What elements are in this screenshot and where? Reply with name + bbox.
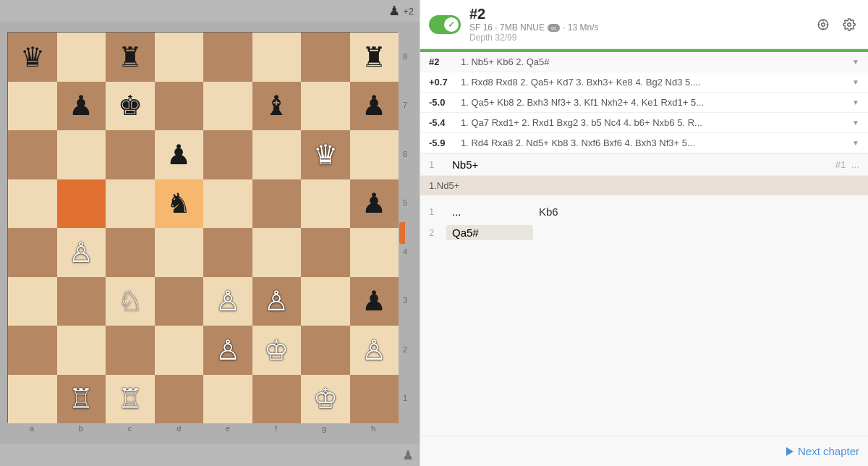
cell-g8[interactable] [301, 33, 350, 82]
cell-f4[interactable] [252, 228, 302, 277]
suggestion-move[interactable]: Nb5+ [446, 158, 835, 171]
engine-line-5[interactable]: -5.9 1. Rd4 Rxa8 2. Nd5+ Kb8 3. Nxf6 Bxf… [420, 133, 868, 153]
chess-board[interactable]: ♛♜♜♟♚♝♟♟♛♞♟♙♘♙♙♟♙♔♙♖♖♔ [7, 32, 398, 423]
cell-e5[interactable] [203, 179, 252, 229]
svg-point-6 [848, 22, 851, 26]
engine-line-2[interactable]: +0.7 1. Rxd8 Rxd8 2. Qa5+ Kd7 3. Bxh3+ K… [420, 72, 868, 93]
cell-a8[interactable]: ♛ [8, 33, 57, 82]
cell-c6[interactable] [106, 130, 155, 179]
cell-a1[interactable] [8, 375, 57, 424]
cell-g5[interactable] [301, 179, 350, 229]
cell-a4[interactable] [8, 228, 57, 277]
dropdown-2[interactable]: ▼ [852, 78, 859, 86]
cell-g6[interactable]: ♛ [301, 130, 350, 179]
cell-b1[interactable]: ♖ [57, 375, 106, 424]
cell-e8[interactable] [203, 33, 252, 82]
cell-h4[interactable] [350, 228, 399, 277]
cell-f1[interactable] [252, 375, 302, 424]
piece-b4: ♙ [69, 239, 93, 266]
engine-line-1[interactable]: #2 1. Nb5+ Kb6 2. Qa5# ▼ [420, 52, 868, 72]
cell-b8[interactable] [57, 33, 106, 82]
engine-line-3[interactable]: -5.0 1. Qa5+ Kb8 2. Bxh3 Nf3+ 3. Kf1 Nxh… [420, 93, 868, 113]
cell-f2[interactable]: ♔ [252, 326, 302, 375]
piece-h7: ♟ [362, 92, 386, 119]
piece-c1: ♖ [118, 385, 142, 412]
cell-d4[interactable] [155, 228, 204, 277]
cell-b4[interactable]: ♙ [57, 228, 106, 277]
cell-g1[interactable]: ♔ [301, 375, 350, 424]
cell-g2[interactable] [301, 326, 350, 375]
dropdown-3[interactable]: ▼ [852, 98, 859, 106]
engine-icons [813, 14, 859, 35]
cell-g3[interactable] [301, 277, 350, 326]
cell-h5[interactable]: ♟ [350, 179, 399, 229]
cell-f5[interactable] [252, 179, 302, 229]
cell-h8[interactable]: ♜ [350, 33, 399, 82]
cell-b7[interactable]: ♟ [57, 82, 106, 131]
cell-f7[interactable]: ♝ [252, 82, 302, 131]
piece-h8: ♜ [362, 43, 386, 71]
dropdown-5[interactable]: ▼ [852, 139, 859, 147]
cell-d1[interactable] [155, 375, 204, 424]
engine-subtitle: SF 16 · 7MB NNUE ∞ · 13 Mn/s [469, 22, 804, 33]
cell-d6[interactable]: ♟ [155, 130, 204, 179]
piece-count-top: +2 [403, 6, 414, 17]
play-icon [786, 447, 793, 456]
cell-g7[interactable] [301, 82, 350, 131]
dropdown-4[interactable]: ▼ [852, 119, 859, 127]
cell-d7[interactable] [155, 82, 204, 131]
suggestion-ellipsis: ... [851, 159, 859, 170]
cell-c3[interactable]: ♘ [106, 277, 155, 326]
cell-d8[interactable] [155, 33, 204, 82]
cell-c1[interactable]: ♖ [106, 375, 155, 424]
target-icon-btn[interactable] [813, 14, 833, 35]
cell-b2[interactable] [57, 326, 106, 375]
cell-c2[interactable] [106, 326, 155, 375]
cell-d2[interactable] [155, 326, 204, 375]
cell-b6[interactable] [57, 130, 106, 179]
cell-g4[interactable] [301, 228, 350, 277]
move-num-1: 1 [429, 206, 446, 217]
engine-toggle[interactable]: ✓ [429, 15, 461, 34]
main-container: ♟ +2 ♛♜♜♟♚♝♟♟♛♞♟♙♘♙♙♟♙♔♙♖♖♔ 87654321 a b… [0, 0, 868, 466]
cell-e1[interactable] [203, 375, 252, 424]
cell-e6[interactable] [203, 130, 252, 179]
cell-h2[interactable]: ♙ [350, 326, 399, 375]
cell-c7[interactable]: ♚ [106, 82, 155, 131]
cell-f6[interactable] [252, 130, 302, 179]
cell-h1[interactable] [350, 375, 399, 424]
cell-a6[interactable] [8, 130, 57, 179]
file-b: b [79, 424, 83, 433]
cell-b5[interactable] [57, 179, 106, 229]
cell-d3[interactable] [155, 277, 204, 326]
cell-c8[interactable]: ♜ [106, 33, 155, 82]
cell-e3[interactable]: ♙ [203, 277, 252, 326]
engine-line-4[interactable]: -5.4 1. Qa7 Rxd1+ 2. Rxd1 Bxg2 3. b5 Nc4… [420, 113, 868, 133]
cell-e7[interactable] [203, 82, 252, 131]
cell-h6[interactable] [350, 130, 399, 179]
dropdown-1[interactable]: ▼ [852, 58, 859, 66]
piece-f7: ♝ [264, 92, 289, 119]
settings-icon-btn[interactable] [839, 14, 859, 35]
cell-h3[interactable]: ♟ [350, 277, 399, 326]
cell-a5[interactable] [8, 179, 57, 229]
cell-f3[interactable]: ♙ [252, 277, 302, 326]
cell-a7[interactable] [8, 82, 57, 131]
next-chapter-button[interactable]: Next chapter [786, 445, 859, 457]
cell-b3[interactable] [57, 277, 106, 326]
cell-e2[interactable]: ♙ [203, 326, 252, 375]
piece-c7: ♚ [118, 92, 142, 119]
black-move-1[interactable]: Kb6 [533, 204, 859, 219]
white-move-1[interactable]: ... [446, 204, 533, 219]
infinite-badge: ∞ [548, 24, 560, 32]
cell-a3[interactable] [8, 277, 57, 326]
cell-f8[interactable] [252, 33, 302, 82]
cell-d5[interactable]: ♞ [155, 179, 204, 229]
cell-e4[interactable] [203, 228, 252, 277]
cell-c4[interactable] [106, 228, 155, 277]
cell-a2[interactable] [8, 326, 57, 375]
cell-h7[interactable]: ♟ [350, 82, 399, 131]
white-move-2[interactable]: Qa5# [446, 225, 533, 240]
cell-c5[interactable] [106, 179, 155, 229]
score-1: #2 [429, 56, 455, 67]
